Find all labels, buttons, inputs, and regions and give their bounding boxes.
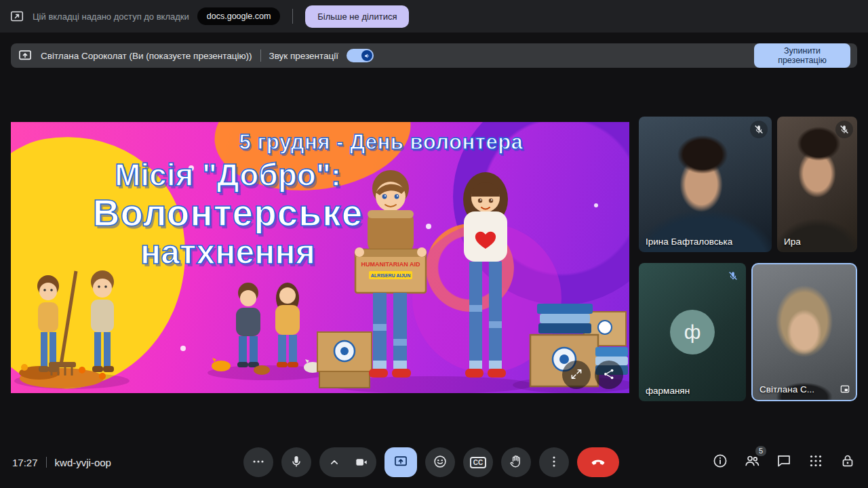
meeting-panels: 5 [712, 441, 856, 484]
microphone-button[interactable] [281, 447, 311, 477]
avatar: ф [670, 310, 715, 354]
more-controls-button[interactable] [243, 447, 273, 477]
activities-button[interactable] [808, 454, 824, 470]
lock-icon [840, 453, 856, 472]
mic-off-icon [724, 267, 742, 285]
present-now-button[interactable] [384, 447, 417, 477]
participant-count-badge: 5 [755, 446, 766, 456]
clock-time: 17:27 [12, 457, 38, 468]
girl-with-heart-sweater [463, 172, 508, 378]
dots-horizontal-icon [251, 454, 266, 471]
box-sublabel: ALRISERU AIJUN [371, 273, 410, 278]
raise-hand-button[interactable] [501, 447, 531, 477]
meeting-details-button[interactable] [712, 454, 728, 470]
fullscreen-button[interactable] [562, 361, 591, 389]
smiley-icon [433, 454, 448, 471]
google-meet-window: Цій вкладці надано доступ до вкладки doc… [0, 0, 868, 488]
captions-button[interactable]: CC [463, 447, 493, 477]
presentation-banner: Світлана Сороколат (Ви (показуєте презен… [11, 43, 857, 68]
stop-sharing-button[interactable]: Більше не ділитися [305, 5, 409, 28]
participant-tile-farmanian[interactable]: ф фарманян [639, 263, 746, 401]
aid-boxes-center [317, 332, 372, 388]
participant-name: Світлана С... [760, 384, 814, 394]
fullscreen-icon [570, 367, 583, 383]
captions-icon: CC [470, 457, 486, 468]
mic-off-icon [750, 121, 768, 138]
call-controls: CC [243, 441, 619, 484]
tab-sharing-banner: Цій вкладці надано доступ до вкладки doc… [0, 0, 868, 33]
speaker-icon [361, 50, 372, 61]
meeting-info: 17:27 kwd-yvji-oop [12, 441, 111, 484]
phone-hangup-icon [590, 453, 606, 472]
hand-icon [509, 454, 524, 471]
reactions-button[interactable] [425, 447, 455, 477]
shared-domain-pill: docs.google.com [197, 7, 281, 25]
tab-share-icon [9, 9, 24, 24]
info-icon [712, 453, 728, 472]
participant-tile-iryna[interactable]: Ірина Бафталовська [639, 117, 772, 252]
tab-sharing-message: Цій вкладці надано доступ до вкладки [33, 12, 189, 22]
mic-off-icon [835, 121, 853, 138]
slide-heading-line2: Волонтерське [11, 192, 445, 233]
divider [260, 49, 261, 62]
camera-icon[interactable] [348, 447, 375, 477]
picture-in-picture-icon[interactable] [840, 384, 850, 394]
dots-vertical-icon [547, 454, 561, 471]
slide-heading-line3: натхнення [11, 233, 445, 271]
meeting-code: kwd-yvji-oop [55, 457, 111, 468]
share-icon [602, 367, 616, 383]
apps-grid-icon [808, 453, 824, 472]
presentation-audio-toggle[interactable] [347, 49, 374, 62]
chat-button[interactable] [776, 454, 792, 470]
divider [292, 9, 293, 24]
kid-second [91, 270, 114, 372]
more-options-button[interactable] [539, 447, 569, 477]
host-controls-button[interactable] [840, 454, 856, 470]
kid-raking [37, 271, 76, 375]
leave-call-button[interactable] [577, 447, 619, 477]
camera-split-button[interactable] [319, 447, 376, 477]
present-icon [393, 454, 408, 471]
microphone-icon [289, 454, 304, 471]
participant-tile-self[interactable]: Світлана С... [751, 263, 857, 401]
participant-name: фарманян [646, 386, 690, 396]
stop-presentation-button[interactable]: Зупинити презентацію [754, 43, 850, 68]
presenter-label: Світлана Сороколат (Ви (показуєте презен… [41, 51, 252, 61]
share-slide-button[interactable] [595, 361, 623, 389]
participant-tile-ira[interactable]: Ира [777, 117, 857, 252]
presentation-audio-label: Звук презентації [269, 51, 339, 61]
slide-heading: Місія "Добро": Волонтерське натхнення [11, 157, 445, 271]
slide-title: 5 грудня - День волонтера [146, 130, 616, 155]
present-to-tab-icon [18, 48, 33, 63]
chevron-up-icon[interactable] [321, 447, 348, 477]
kids-with-pets [212, 283, 321, 375]
participant-name: Ірина Бафталовська [646, 237, 732, 247]
presentation-slide: 5 грудня - День волонтера Місія "Добро":… [11, 122, 629, 393]
divider [46, 457, 47, 468]
show-people-button[interactable]: 5 [744, 454, 760, 470]
slide-heading-line1: Місія "Добро": [11, 157, 445, 192]
participant-name: Ира [784, 237, 801, 247]
chat-icon [776, 453, 792, 472]
